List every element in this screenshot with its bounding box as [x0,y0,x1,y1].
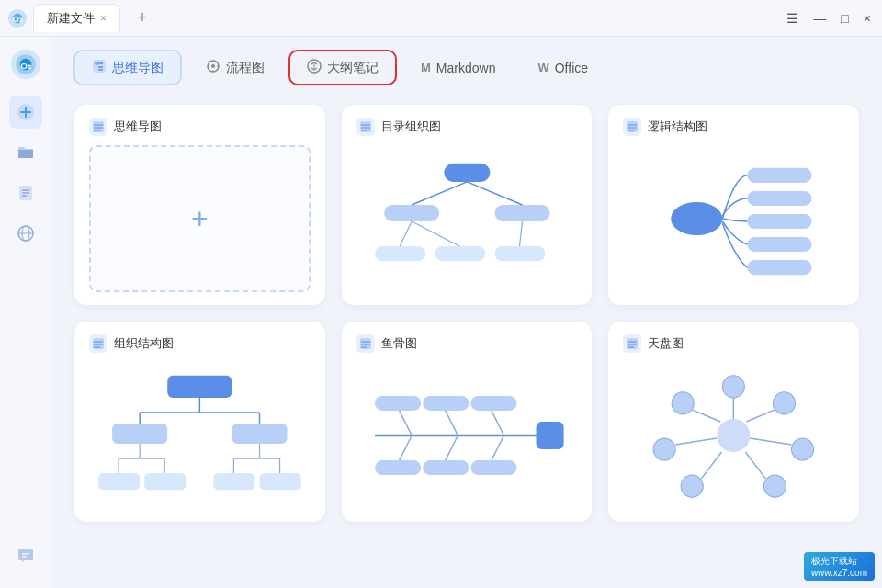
tab-mindmap[interactable]: 思维导图 [74,50,182,85]
svg-rect-40 [384,205,439,221]
tab-outline[interactable]: 大纲笔记 [288,50,397,85]
svg-rect-101 [375,460,421,475]
svg-line-49 [519,221,522,246]
titlebar: O₂ 新建文件 × + ☰ — □ × [0,0,882,37]
tab-office[interactable]: W Office [519,51,606,85]
svg-rect-102 [423,460,469,475]
tab-markdown[interactable]: M Markdown [402,51,514,85]
tab-flowchart-icon [206,59,220,76]
svg-point-108 [718,419,751,452]
svg-line-114 [751,438,792,445]
svg-line-96 [444,435,458,463]
card-logic-icon [623,118,641,136]
sidebar-logo-icon: O₂ [9,48,42,81]
svg-point-109 [723,376,745,398]
card-mindmap-title: 思维导图 [114,119,162,135]
tab-markdown-label: Markdown [436,61,496,75]
titlebar-left: O₂ 新建文件 × + [7,4,155,32]
nav-tabs: 思维导图 流程图 [51,37,882,95]
svg-line-112 [747,410,775,422]
card-logic[interactable]: 逻辑结构图 [607,104,860,306]
content-area: 思维导图 流程图 [51,37,882,588]
tab-flowchart[interactable]: 流程图 [187,50,283,85]
card-fishbone[interactable]: 鱼骨图 [341,321,594,523]
sidebar-file-icon[interactable] [9,176,42,209]
svg-point-113 [792,438,814,460]
svg-rect-98 [375,396,421,411]
card-tianpan-icon [623,334,641,353]
svg-rect-43 [435,246,485,261]
tab-label: 新建文件 [47,10,95,27]
svg-line-122 [693,410,721,422]
menu-button[interactable]: ☰ [786,11,798,26]
svg-point-117 [682,475,704,497]
svg-rect-42 [375,246,425,261]
svg-text:O₂: O₂ [12,14,22,23]
tab-flowchart-label: 流程图 [226,60,265,76]
card-org-icon [89,334,107,353]
card-org[interactable]: 组织结构图 [74,321,326,523]
card-catalog-header: 目录组织图 [356,118,578,136]
svg-line-46 [467,182,522,205]
card-tianpan[interactable]: 天盘图 [607,321,860,523]
svg-rect-67 [98,473,140,490]
watermark-text: 极光下载站 [811,556,857,566]
main-layout: O₂ [0,37,882,588]
card-tianpan-title: 天盘图 [648,335,684,352]
sidebar: O₂ [0,37,51,588]
sidebar-sphere-icon[interactable] [9,217,42,250]
svg-point-119 [653,438,675,460]
card-org-title: 组织结构图 [114,335,174,352]
svg-rect-103 [470,460,516,475]
sidebar-chat-icon[interactable] [9,544,42,577]
svg-rect-65 [112,424,167,444]
sidebar-add-button[interactable] [9,96,42,129]
app-logo-icon: O₂ [7,8,28,28]
tab-mindmap-icon [92,59,107,76]
sidebar-folder-icon[interactable] [9,136,42,169]
watermark-url: www.xz7.com [811,568,867,578]
minimize-button[interactable]: — [813,11,826,26]
svg-line-47 [400,221,412,246]
current-tab[interactable]: 新建文件 × [33,4,120,32]
tab-markdown-icon: M [421,61,431,74]
tab-mindmap-label: 思维导图 [112,60,164,76]
svg-rect-91 [536,422,563,449]
card-mindmap-blank[interactable]: 思维导图 + [74,104,326,306]
maximize-button[interactable]: □ [841,11,848,26]
card-catalog[interactable]: 目录组织图 [341,104,594,306]
card-fishbone-header: 鱼骨图 [356,334,578,353]
card-fishbone-preview [356,362,578,509]
card-fishbone-icon [356,334,375,353]
card-catalog-title: 目录组织图 [381,119,441,135]
svg-line-118 [702,452,722,479]
svg-line-48 [412,221,459,246]
titlebar-controls: ☰ — □ × [786,11,871,26]
svg-point-115 [764,475,786,497]
tab-close-icon[interactable]: × [100,12,107,25]
add-new-icon: + [191,202,209,236]
svg-point-111 [774,392,796,414]
svg-rect-18 [93,60,106,73]
svg-rect-39 [444,164,490,182]
tab-outline-label: 大纲笔记 [327,60,379,76]
svg-rect-64 [167,376,232,398]
svg-rect-58 [748,237,812,252]
svg-rect-55 [748,168,812,183]
close-button[interactable]: × [864,11,871,26]
svg-line-120 [675,438,717,445]
card-logic-header: 逻辑结构图 [623,118,844,136]
card-tianpan-header: 天盘图 [623,334,844,353]
svg-rect-99 [423,396,469,411]
svg-point-24 [211,64,215,68]
svg-line-95 [398,435,412,463]
svg-rect-41 [494,205,549,221]
card-org-preview [89,362,311,509]
card-fishbone-title: 鱼骨图 [381,335,417,352]
svg-point-121 [672,392,694,414]
card-tianpan-preview [623,362,844,509]
svg-rect-69 [213,473,254,490]
svg-rect-70 [260,473,301,490]
tab-office-icon: W [537,61,548,74]
new-tab-button[interactable]: + [130,6,155,31]
